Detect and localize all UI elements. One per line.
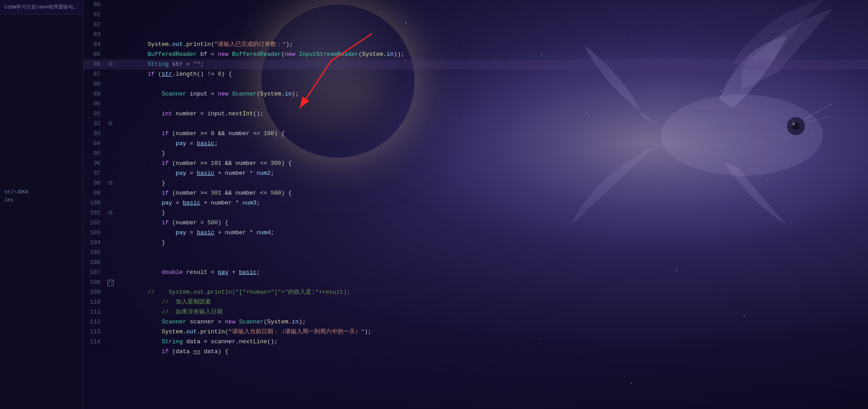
line-number: 105 (83, 248, 106, 258)
line-number: 113 (83, 327, 106, 337)
line-number: 91 (83, 109, 106, 119)
table-row: 88 Scanner input = new Scanner(System.in… (83, 79, 868, 89)
breakpoint-indicator[interactable]: // (107, 280, 114, 286)
line-number: 98 (83, 178, 106, 188)
breakpoint-indicator[interactable] (109, 181, 112, 185)
table-row: 83 System.out.println("请输入已完成的订单数："); (83, 30, 868, 40)
line-number: 89 (83, 89, 106, 99)
line-number: 80 (83, 0, 106, 10)
line-number: 110 (83, 297, 106, 307)
breakpoint-indicator[interactable] (109, 122, 112, 125)
line-number: 109 (83, 287, 106, 297)
code-editor[interactable]: 80 81 82 83 System.out.println("请输入已完成的订… (83, 0, 868, 409)
table-row: 86 if (str.length() != 0) { (83, 59, 868, 69)
table-row: 93 pay = basic; (83, 129, 868, 139)
line-number: 112 (83, 317, 106, 327)
line-number: 84 (83, 40, 106, 50)
table-row: 100 } (83, 198, 868, 208)
line-number: 106 (83, 258, 106, 268)
line-number: 107 (83, 268, 106, 277)
sidebar-item-label: les (5, 197, 14, 203)
line-number: 114 (83, 337, 106, 347)
line-number: 83 (83, 30, 106, 40)
table-row: 80 (83, 0, 868, 10)
table-row: 105 (83, 248, 868, 258)
sidebar-item-jdk[interactable]: nt)\JDK8 (0, 188, 83, 196)
line-number: 93 (83, 129, 106, 139)
line-number: 103 (83, 228, 106, 238)
line-number: 101 (83, 208, 106, 218)
line-number: 104 (83, 238, 106, 248)
line-number: 108 (83, 277, 106, 287)
table-row: 104 (83, 238, 868, 248)
line-number: 82 (83, 20, 106, 30)
table-row: 85 String str = ""; (83, 50, 868, 59)
table-row: 87 (83, 69, 868, 79)
line-number: 99 (83, 188, 106, 198)
table-row: 109 // 加入星期因素 (83, 287, 868, 297)
table-row: 111 Scanner scanner = new Scanner(System… (83, 307, 868, 317)
line-number: 92 (83, 119, 106, 129)
line-number: 97 (83, 168, 106, 178)
gutter (106, 181, 115, 185)
sidebar-item-les[interactable]: les (0, 196, 83, 204)
line-number: 95 (83, 149, 106, 159)
table-row: 113 String data = scanner.nextLine(); (83, 327, 868, 337)
breakpoint-indicator[interactable] (109, 211, 112, 214)
table-row: 91 (83, 109, 868, 119)
line-number: 87 (83, 69, 106, 79)
line-number: 85 (83, 50, 106, 59)
line-number: 100 (83, 198, 106, 208)
line-number: 102 (83, 218, 106, 228)
gutter (106, 211, 115, 214)
line-number: 86 (83, 59, 106, 69)
table-row: 99 pay = basic + number * num3; (83, 188, 868, 198)
line-number: 81 (83, 10, 106, 20)
table-row: 92 if (number >= 0 && number <= 100) { (83, 119, 868, 129)
table-row: 95 if (number >= 101 && number <= 300) { (83, 149, 868, 159)
table-row: 90 int number = input.nextInt(); (83, 99, 868, 109)
table-row: 108 // // System.out.println("["+human+"… (83, 277, 868, 287)
table-row: 110 // 如果没有输入日期 (83, 297, 868, 307)
table-row: 94 } (83, 139, 868, 149)
sidebar-item-label: nt)\JDK8 (5, 189, 28, 195)
table-row: 84 BufferedReader bf = new BufferedReade… (83, 40, 868, 50)
gutter (106, 62, 115, 66)
table-row: 112 System.out.println("请输入当前日期：（请输入周一到周… (83, 317, 868, 327)
line-number: 90 (83, 99, 106, 109)
code-area: 80 81 82 83 System.out.println("请输入已完成的订… (83, 0, 868, 409)
code-content: if (data == data) { (115, 337, 868, 367)
table-row: 97 } (83, 168, 868, 178)
sidebar-content: nt)\JDK8 les (0, 14, 83, 206)
gutter (106, 122, 115, 125)
table-row: 81 (83, 10, 868, 20)
table-row: 98 if (number >= 301 && number <= 500) { (83, 178, 868, 188)
table-row: 101 if (number > 500) { (83, 208, 868, 218)
sidebar-title: CSDN学习计划\004程序逻辑与算法\t (0, 0, 83, 14)
breakpoint-indicator[interactable] (109, 62, 112, 66)
table-row: 89 (83, 89, 868, 99)
table-row: 106 double result = pay + basic; (83, 258, 868, 268)
gutter: // (106, 280, 115, 286)
sidebar: CSDN学习计划\004程序逻辑与算法\t nt)\JDK8 les (0, 0, 83, 409)
line-number: 96 (83, 159, 106, 168)
line-number: 94 (83, 139, 106, 149)
line-number: 88 (83, 79, 106, 89)
table-row: 102 pay = basic + number * num4; (83, 218, 868, 228)
table-row: 96 pay = basic + number * num2; (83, 159, 868, 168)
table-row: 82 (83, 20, 868, 30)
table-row: 103 } (83, 228, 868, 238)
table-row: 107 (83, 268, 868, 277)
line-number: 111 (83, 307, 106, 317)
table-row: 114 if (data == data) { (83, 337, 868, 347)
